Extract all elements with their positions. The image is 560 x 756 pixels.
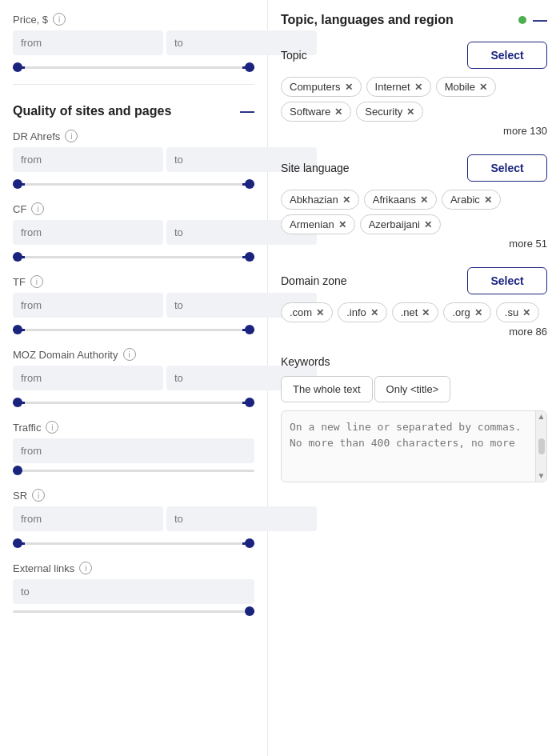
dr-ahrefs-from-input[interactable] [13, 147, 163, 172]
topic-tag-internet-close[interactable]: ✕ [414, 82, 422, 92]
site-language-tag-arabic-close[interactable]: ✕ [484, 195, 492, 205]
site-language-select-button[interactable]: Select [467, 154, 547, 182]
topic-tag-computers-label: Computers [290, 81, 341, 93]
tf-slider[interactable] [13, 322, 254, 337]
domain-zone-tag-com-label: .com [290, 306, 312, 318]
sr-from-input[interactable] [13, 506, 163, 531]
external-links-to-input[interactable] [13, 579, 254, 604]
dr-ahrefs-slider[interactable] [13, 177, 254, 191]
cf-label-text: CF [13, 203, 26, 215]
keywords-tab-whole-text[interactable]: The whole text [281, 376, 373, 402]
cf-slider-thumb-right[interactable] [245, 252, 254, 262]
domain-zone-tag-net-close[interactable]: ✕ [422, 308, 430, 318]
tf-from-input[interactable] [13, 293, 163, 318]
tf-slider-thumb-left[interactable] [13, 325, 22, 334]
traffic-info-icon[interactable]: i [46, 421, 58, 434]
site-language-tag-armenian-close[interactable]: ✕ [338, 220, 346, 230]
price-slider-thumb-left[interactable] [13, 62, 22, 72]
right-panel-collapse-btn[interactable]: — [533, 13, 547, 27]
domain-zone-tag-com-close[interactable]: ✕ [316, 308, 324, 318]
price-slider-thumb-right[interactable] [245, 62, 254, 72]
domain-zone-tag-net-label: .net [401, 306, 418, 318]
keywords-scrollbar[interactable]: ▲ ▼ [535, 411, 546, 482]
moz-from-input[interactable] [13, 366, 163, 390]
topic-tag-internet: Internet ✕ [366, 77, 431, 97]
traffic-label-text: Traffic [13, 422, 41, 434]
price-section: Price, $ i [13, 13, 254, 74]
domain-zone-tag-info-label: .info [346, 306, 366, 318]
sr-slider-thumb-left[interactable] [13, 538, 22, 548]
dr-ahrefs-section: DR Ahrefs i [13, 130, 254, 191]
cf-from-input[interactable] [13, 220, 163, 245]
quality-heading-text: Quality of sites and pages [13, 104, 171, 118]
left-panel: Price, $ i Quality of sites and pages — … [0, 0, 268, 756]
external-links-label-text: External links [13, 562, 74, 574]
tf-range-inputs [13, 293, 254, 318]
domain-zone-tag-su-label: .su [505, 306, 518, 318]
external-links-info-icon[interactable]: i [79, 562, 92, 574]
scrollbar-down-arrow[interactable]: ▼ [538, 472, 546, 480]
external-links-slider-thumb-right[interactable] [245, 606, 254, 616]
site-language-tag-abkhazian-close[interactable]: ✕ [342, 195, 350, 205]
domain-zone-more-link[interactable]: more 86 [281, 326, 547, 338]
cf-label: CF i [13, 202, 254, 215]
moz-slider[interactable] [13, 395, 254, 410]
scrollbar-up-arrow[interactable]: ▲ [538, 413, 546, 421]
price-slider-track [13, 66, 254, 69]
site-language-tag-afrikaans: Afrikaans ✕ [364, 190, 437, 210]
domain-zone-tag-info: .info ✕ [338, 302, 387, 322]
domain-zone-tag-org-label: .org [452, 306, 470, 318]
topic-tag-software: Software ✕ [281, 102, 351, 122]
domain-zone-tag-org-close[interactable]: ✕ [474, 308, 482, 318]
dr-ahrefs-slider-thumb-left[interactable] [13, 179, 22, 189]
topic-tag-internet-label: Internet [375, 81, 410, 93]
price-from-input[interactable] [13, 30, 163, 55]
topic-tag-computers-close[interactable]: ✕ [345, 82, 353, 92]
site-language-tag-abkhazian-label: Abkhazian [290, 194, 338, 206]
keywords-tab-title-only[interactable]: Only <title> [374, 376, 451, 402]
domain-zone-tag-info-close[interactable]: ✕ [370, 308, 378, 318]
topic-label: Topic [281, 49, 307, 62]
dr-ahrefs-info-icon[interactable]: i [65, 130, 78, 142]
sr-slider[interactable] [13, 536, 254, 550]
tf-info-icon[interactable]: i [30, 275, 43, 288]
external-links-slider[interactable] [13, 604, 254, 618]
domain-zone-tag-su-close[interactable]: ✕ [522, 308, 530, 318]
traffic-section: Traffic i [13, 421, 254, 478]
sr-range-inputs [13, 506, 254, 531]
sr-slider-track [13, 542, 254, 545]
topic-tag-mobile-close[interactable]: ✕ [479, 82, 487, 92]
dr-ahrefs-slider-thumb-right[interactable] [245, 179, 254, 189]
tf-label: TF i [13, 275, 254, 288]
price-slider[interactable] [13, 60, 254, 74]
tf-slider-thumb-right[interactable] [245, 325, 254, 334]
site-language-more-link[interactable]: more 51 [281, 238, 547, 250]
moz-info-icon[interactable]: i [123, 348, 136, 361]
cf-slider[interactable] [13, 250, 254, 264]
sr-info-icon[interactable]: i [32, 489, 45, 502]
topic-select-button[interactable]: Select [467, 42, 547, 69]
scrollbar-thumb[interactable] [538, 438, 545, 454]
site-language-tag-afrikaans-close[interactable]: ✕ [420, 195, 428, 205]
sr-slider-thumb-right[interactable] [245, 538, 254, 548]
moz-slider-thumb-left[interactable] [13, 398, 22, 407]
topic-more-link[interactable]: more 130 [281, 125, 547, 137]
site-language-label: Site language [281, 162, 350, 174]
quality-collapse-btn[interactable]: — [240, 104, 254, 118]
traffic-slider-thumb-left[interactable] [13, 466, 22, 475]
domain-zone-select-button[interactable]: Select [467, 267, 547, 294]
moz-slider-thumb-right[interactable] [245, 398, 254, 407]
topic-tag-security-close[interactable]: ✕ [406, 107, 414, 117]
topic-tag-mobile-label: Mobile [445, 81, 475, 93]
keywords-textarea[interactable] [282, 411, 535, 482]
topic-tag-software-close[interactable]: ✕ [334, 107, 342, 117]
site-language-tag-azerbaijani-close[interactable]: ✕ [424, 220, 432, 230]
cf-slider-thumb-left[interactable] [13, 252, 22, 262]
price-info-icon[interactable]: i [53, 13, 66, 26]
traffic-from-input[interactable] [13, 438, 254, 463]
traffic-slider[interactable] [13, 463, 254, 478]
topic-filter-row: Topic Select [281, 42, 547, 69]
sr-section: SR i [13, 489, 254, 550]
dr-ahrefs-range-inputs [13, 147, 254, 172]
cf-info-icon[interactable]: i [31, 202, 44, 215]
